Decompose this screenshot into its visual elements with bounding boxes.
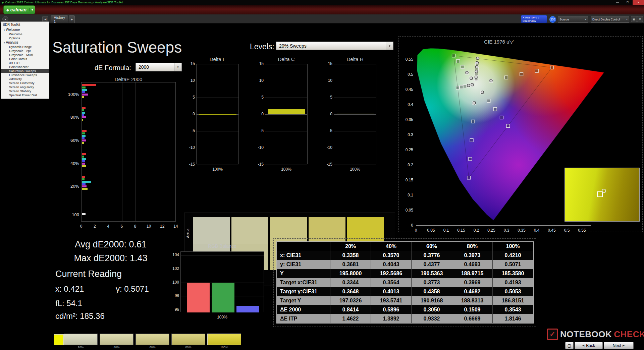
next-button[interactable]: Next ▶: [604, 342, 634, 349]
sidebar-item-additivity[interactable]: Additivity: [1, 77, 49, 81]
cie-measured-point: [476, 61, 478, 64]
page-title: Saturation Sweeps: [52, 38, 182, 56]
cie-measured-point: [475, 65, 478, 68]
cie-target-square: [467, 176, 471, 179]
gridline: [334, 81, 376, 81]
sidebar-item-options[interactable]: Options: [1, 36, 49, 40]
chevron-down-icon[interactable]: ▾: [174, 63, 181, 71]
table-row-label: ΔE ITP: [277, 314, 330, 323]
y-tick-label: 102: [168, 266, 179, 271]
swatch-actual: [193, 217, 230, 244]
rgb-balance-chart: RGB Balance 100% 1041021009896: [168, 243, 268, 322]
next-button-label: Next: [613, 343, 621, 348]
sidebar-group-analysis[interactable]: ▾Analysis: [1, 40, 49, 45]
table-row-y: Y195.8000192.5686190.5363188.9715185.358…: [277, 269, 533, 278]
display-control-value: Direct Display Control: [592, 18, 620, 21]
de-formula-dropdown[interactable]: 2000 ▾: [136, 63, 182, 71]
sidebar-item-grayscale-multi[interactable]: Grayscale - Multi: [1, 53, 49, 57]
gridline: [265, 98, 307, 98]
cie-y-tick-label: 0.3: [400, 132, 413, 137]
y-tick-label: 5: [185, 95, 195, 100]
sidebar-item-luminance-sweeps[interactable]: Luminance Sweeps: [1, 73, 49, 77]
sidebar-item-spectral-power-dist[interactable]: Spectral Power Dist.: [1, 93, 49, 97]
sidebar-item-saturation-sweeps[interactable]: Saturation Sweeps: [1, 69, 49, 73]
reading-x: x: 0.421: [55, 284, 84, 294]
table-row-label: Target Y: [277, 296, 330, 305]
cie-target-square: [470, 138, 473, 142]
rgb-balance-title: RGB Balance: [180, 243, 264, 249]
sidebar-item-screen-uniformity[interactable]: Screen Uniformity: [1, 81, 49, 85]
window-controls: — □ ×: [612, 0, 644, 5]
chevron-down-icon[interactable]: ▾: [626, 18, 628, 21]
minimize-button[interactable]: —: [612, 0, 623, 5]
cie-y-tick-label: 0.35: [400, 117, 413, 122]
gridline: [197, 64, 238, 64]
meter-button[interactable]: X-Rite i1Pro 2 Direct View: [521, 15, 547, 23]
table-header-cell: [277, 242, 330, 251]
layout-button[interactable]: ▢: [565, 342, 574, 349]
sidebar-group-welcome[interactable]: ▾Welcome: [1, 27, 49, 32]
table-header-cell: 80%: [452, 242, 493, 251]
de-bar: [82, 139, 86, 141]
delta-l-chart: Delta L 100% 151050-5-10-15: [185, 56, 240, 174]
delta-l-xlabel: 100%: [196, 167, 239, 172]
y-tick-label: 10: [323, 78, 332, 83]
source-dropdown[interactable]: Source ▾: [558, 16, 588, 23]
group-label: 60%: [60, 138, 79, 143]
y-tick-label: -15: [323, 162, 332, 167]
reading-fl: fL: 54.1: [55, 299, 82, 308]
gear-icon[interactable]: ⚙: [637, 16, 643, 22]
y-tick-label: 10: [254, 78, 264, 83]
table-cell: 190.5363: [412, 269, 452, 278]
levels-dropdown[interactable]: 20% Sweeps ▾: [276, 42, 393, 50]
sidebar-item-welcome[interactable]: Welcome: [1, 32, 49, 36]
table-cell: 0.4358: [412, 287, 452, 296]
maximize-button[interactable]: □: [623, 0, 633, 5]
gridline: [181, 269, 264, 269]
de-bar: [82, 165, 86, 167]
table-cell: 0.5896: [371, 305, 412, 314]
cie-x-tick-label: 0.2: [469, 228, 484, 233]
back-button[interactable]: ◀ Back: [575, 342, 603, 349]
calman-diamond-icon: ◆: [6, 8, 9, 12]
levels-dropdown-value: 20% Sweeps: [276, 43, 307, 49]
rgb-bar-green: [212, 283, 234, 312]
tab-history-1[interactable]: History 1: [51, 15, 68, 23]
deltae2000-chart-title: DeltaE 2000: [81, 76, 176, 82]
chevron-down-icon[interactable]: ▾: [29, 8, 33, 11]
sidebar-item-dynamic-range[interactable]: Dynamic Range: [1, 45, 49, 49]
cie-measured-point: [481, 91, 484, 94]
chevron-down-icon[interactable]: ▾: [386, 42, 393, 50]
chevron-down-icon[interactable]: ▾: [585, 18, 586, 21]
close-button[interactable]: ×: [633, 0, 644, 5]
sidebar-item-screen-angularity[interactable]: Screen Angularity: [1, 85, 49, 89]
gridline: [197, 148, 238, 148]
table-row-e-2000: ΔE 20000.84140.58960.30500.15090.3543: [277, 305, 533, 314]
y-tick-label: 5: [323, 95, 332, 100]
gridline: [95, 82, 95, 221]
add-tab-button[interactable]: +: [69, 15, 75, 23]
collapse-arrow-icon[interactable]: ▾: [4, 42, 5, 44]
display-control-dropdown[interactable]: Direct Display Control ▾: [591, 16, 629, 23]
sidebar-item-3d-lut[interactable]: 3D LUT: [1, 61, 49, 65]
table-cell: 0.3973: [452, 251, 493, 260]
calman-menu-button[interactable]: ◆ calman ▾: [3, 5, 35, 14]
table-cell: 0.3773: [412, 278, 452, 287]
cie-zoom-inset: [565, 168, 640, 222]
y-tick-label: 104: [168, 252, 179, 257]
table-cell: 0.3564: [371, 278, 412, 287]
sidebar-item-color-gamut[interactable]: Color Gamut: [1, 57, 49, 61]
table-cell: 0.4013: [371, 287, 412, 296]
table-row-label: Y: [277, 269, 330, 278]
sidebar-item-colorchecker[interactable]: ColorChecker: [1, 65, 49, 69]
de-bar: [82, 160, 85, 162]
collapse-arrow-icon[interactable]: ▾: [4, 29, 5, 31]
de-bar: [82, 84, 96, 86]
de-bar: [82, 114, 84, 116]
sidebar-item-grayscale-2pt[interactable]: Grayscale - 2pt: [1, 49, 49, 53]
sidebar-item-screen-stability[interactable]: Screen Stability: [1, 89, 49, 93]
x-tick-label: 2: [91, 224, 99, 229]
display-settings-icon[interactable]: ▣: [631, 16, 637, 22]
de-bar: [82, 112, 85, 114]
cie-y-tick-label: 0.4: [400, 102, 413, 107]
